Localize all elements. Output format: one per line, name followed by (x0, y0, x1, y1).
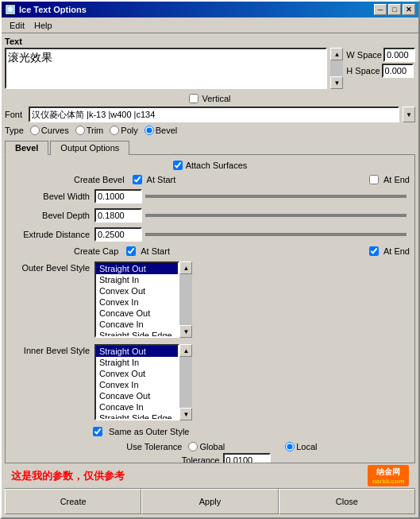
list-item[interactable]: Convex In (96, 296, 178, 308)
create-cap-at-end-label: At End (383, 246, 410, 256)
watermark-area: 这是我的参数，仅供参考 纳金网 narkii.com (5, 463, 415, 488)
bevel-depth-label: Bevel Depth (10, 211, 90, 220)
close-button[interactable]: ✕ (403, 4, 415, 15)
type-trim-group: Trim (75, 126, 104, 135)
font-row: Font ▼ (5, 107, 415, 122)
font-dropdown-btn[interactable]: ▼ (403, 107, 415, 122)
watermark-text: 这是我的参数，仅供参考 (11, 469, 125, 483)
extrude-distance-input[interactable] (94, 227, 142, 242)
list-item[interactable]: Straight Out (96, 346, 178, 357)
create-cap-at-end-checkbox[interactable] (369, 246, 379, 256)
list-item[interactable]: Concave In (96, 401, 178, 412)
vertical-row: Vertical (5, 94, 415, 103)
create-cap-row: Create Cap At Start At End (10, 246, 410, 256)
bevel-width-label: Bevel Width (10, 192, 90, 201)
bevel-depth-row: Bevel Depth (10, 208, 410, 223)
h-space-row: H Space (346, 64, 415, 78)
scroll-up-btn[interactable]: ▲ (330, 48, 343, 60)
bevel-width-input[interactable] (94, 189, 142, 203)
vertical-label: Vertical (202, 94, 230, 103)
close-button-bottom[interactable]: Close (279, 489, 415, 514)
local-label: Local (296, 442, 317, 451)
bevel-width-row: Bevel Width (10, 189, 410, 203)
global-radio[interactable] (188, 442, 198, 451)
create-bevel-row: Create Bevel At Start At End (10, 175, 410, 184)
tab-bevel[interactable]: Bevel (5, 141, 48, 155)
same-as-outer-label: Same as Outer Style (109, 427, 190, 436)
global-label: Global (199, 442, 225, 451)
create-bevel-at-end-label: At End (383, 175, 410, 184)
outer-bevel-style-label: Outer Bevel Style (10, 261, 90, 273)
create-button[interactable]: Create (5, 489, 141, 514)
list-item[interactable]: Straight Side Edge (96, 412, 178, 420)
create-cap-at-start-checkbox[interactable] (126, 246, 136, 256)
list-item[interactable]: Concave Out (96, 390, 178, 401)
list-item[interactable]: Straight Side Edge (96, 330, 178, 338)
bevel-width-slider-area (142, 195, 410, 198)
bevel-depth-input[interactable] (94, 208, 142, 223)
vertical-checkbox[interactable] (189, 94, 198, 103)
tab-output-options[interactable]: Output Options (50, 141, 129, 155)
text-input-area: 滚光效果 ▲ ▼ W Space H Space (5, 48, 415, 89)
menu-bar: Edit Help (2, 17, 418, 33)
type-poly-label: Poly (121, 126, 137, 135)
type-trim-label: Trim (87, 126, 104, 135)
minimize-button[interactable]: ─ (374, 4, 387, 15)
extrude-distance-slider[interactable] (145, 233, 407, 236)
type-poly-radio[interactable] (110, 126, 119, 135)
tabs-row: Bevel Output Options (5, 140, 415, 154)
extrude-distance-slider-area (142, 233, 410, 236)
local-radio[interactable] (285, 442, 295, 451)
list-item[interactable]: Straight In (96, 357, 178, 368)
attach-surfaces-label: Attach Surfaces (186, 161, 248, 170)
inner-bevel-listbox-container: Straight Out Straight In Convex Out Conv… (94, 344, 192, 420)
outer-bevel-style-section: Outer Bevel Style Straight Out Straight … (10, 261, 410, 338)
outer-scroll-up-btn[interactable]: ▲ (179, 261, 192, 274)
list-item[interactable]: Concave Out (96, 308, 178, 319)
inner-scroll-down-btn[interactable]: ▼ (179, 408, 192, 420)
title-bar: ❄ Ice Text Options ─ □ ✕ (2, 2, 418, 17)
list-item[interactable]: Straight In (96, 274, 178, 285)
text-section-label: Text (5, 37, 415, 46)
bevel-depth-slider[interactable] (145, 214, 407, 217)
inner-bevel-scrollbar: ▲ ▼ (179, 344, 192, 420)
type-bevel-radio[interactable] (144, 126, 154, 135)
scroll-down-btn[interactable]: ▼ (330, 76, 343, 89)
list-item[interactable]: Straight Out (96, 263, 178, 274)
tolerance-input[interactable] (223, 453, 271, 463)
create-bevel-at-end-checkbox[interactable] (369, 175, 379, 184)
inner-bevel-listbox[interactable]: Straight Out Straight In Convex Out Conv… (94, 344, 179, 420)
menu-edit[interactable]: Edit (5, 19, 29, 32)
menu-help[interactable]: Help (29, 19, 57, 32)
outer-bevel-scrollbar: ▲ ▼ (179, 261, 192, 338)
list-item[interactable]: Concave In (96, 319, 178, 330)
inner-bevel-style-label: Inner Bevel Style (10, 344, 90, 355)
type-trim-radio[interactable] (75, 126, 85, 135)
h-space-label: H Space (346, 66, 380, 76)
type-bevel-label: Bevel (156, 126, 178, 135)
outer-bevel-listbox[interactable]: Straight Out Straight In Convex Out Conv… (94, 261, 179, 338)
h-space-input[interactable] (382, 64, 414, 78)
title-bar-left: ❄ Ice Text Options (5, 4, 87, 15)
create-bevel-label: Create Bevel (74, 175, 125, 184)
bevel-width-slider[interactable] (145, 195, 407, 198)
narkii-logo: 纳金网 narkii.com (368, 465, 409, 486)
scroll-track (330, 60, 343, 76)
content-area: Text 滚光效果 ▲ ▼ W Space H Space (2, 33, 418, 517)
list-item[interactable]: Convex Out (96, 285, 178, 296)
text-textarea[interactable]: 滚光效果 (5, 48, 327, 89)
apply-button[interactable]: Apply (141, 489, 278, 514)
list-item[interactable]: Convex Out (96, 368, 178, 379)
w-space-input[interactable] (383, 48, 415, 62)
type-curves-radio[interactable] (30, 126, 40, 135)
outer-scroll-down-btn[interactable]: ▼ (179, 325, 192, 338)
create-bevel-at-start-checkbox[interactable] (133, 175, 142, 184)
attach-surfaces-checkbox[interactable] (173, 161, 183, 170)
maximize-button[interactable]: □ (388, 4, 401, 15)
narkii-logo-line1: 纳金网 (376, 467, 400, 478)
font-input[interactable] (29, 107, 399, 122)
same-as-outer-checkbox[interactable] (93, 427, 102, 436)
extrude-distance-label: Extrude Distance (10, 230, 90, 239)
inner-scroll-up-btn[interactable]: ▲ (179, 344, 192, 357)
list-item[interactable]: Convex In (96, 379, 178, 390)
